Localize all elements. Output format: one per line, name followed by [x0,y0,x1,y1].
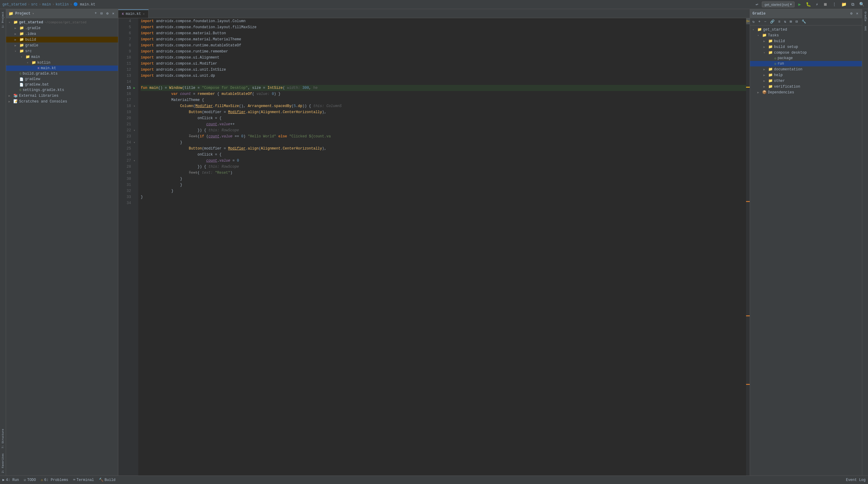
fold-24[interactable]: ▾ [133,139,138,146]
bottom-todo[interactable]: ☑ TODO [24,478,36,482]
breadcrumb-get-started[interactable]: get_started [2,2,26,7]
bottom-problems[interactable]: ⚠ 6: Problems [41,478,68,482]
search-icon[interactable]: 🔍 [858,1,866,8]
tree-item-gradlew[interactable]: 📄 gradlew [6,76,118,82]
line-num-34: 34 [118,200,131,206]
gradle-item-help[interactable]: ▶ 📁 help [750,72,862,78]
debug-icon[interactable]: 🐛 [805,1,812,8]
bottom-run[interactable]: ▶ 4: Run [2,478,19,482]
gradle-item-root[interactable]: ▾ 📁 get_started [750,27,862,32]
code-content[interactable]: import androidx.compose.foundation.layou… [138,18,746,476]
bottom-terminal[interactable]: ⌨ Terminal [73,478,94,482]
coverage-icon[interactable]: ⚡ [815,1,819,8]
project-icon[interactable]: 📁 [840,1,848,8]
tree-item-build[interactable]: ▶ 📁 build [6,37,118,42]
gradle-item-documentation[interactable]: ▶ 📁 documentation [750,66,862,72]
tree-item-gradle-hidden[interactable]: ▶ 📁 .gradle [6,25,118,31]
fold-27[interactable]: ▾ [133,158,138,164]
gradle-item-compose-desktop[interactable]: ▾ 📁 compose desktop [750,50,862,56]
chevron-down-icon: ▾ [790,2,792,6]
close-icon[interactable]: ✕ [111,11,116,17]
gradle-collapse-icon[interactable]: ⊟ [794,19,799,25]
sidebar-item-gradle[interactable]: Gradle [863,9,867,24]
run-label: 4: Run [6,478,19,482]
code-line-33: } [141,194,746,200]
gradle-tasks-label: Tasks [768,33,779,38]
warning-scrollbar[interactable]: 3 ▾ [746,18,750,476]
warn-tick-1 [746,87,750,88]
sidebar-item-project[interactable]: 1: Project [1,9,5,30]
sidebar-item-favorites[interactable]: 2: Favorites [1,451,5,476]
stop-icon[interactable]: ⏹ [822,2,829,8]
warn-tick-2 [746,201,750,202]
fold-22[interactable]: ▾ [133,127,138,133]
gradle-item-package[interactable]: ⚙ package [750,56,862,61]
tree-item-settings-gradle[interactable]: G settings.gradle.kts [6,87,118,93]
gradle-item-build[interactable]: ▶ 📁 build [750,38,862,44]
back-icon[interactable]: ↩ [754,1,760,8]
gradle-remove-icon[interactable]: − [763,19,767,25]
tab-close-icon[interactable]: ✕ [143,12,145,16]
line-num-24: 24 [118,139,131,146]
gradle-verification-label: verification [774,85,800,89]
gradle-expand-icon[interactable]: ⊞ [788,19,793,25]
gradle-close-icon[interactable]: ✕ [855,11,860,17]
run-gutter-15[interactable]: ▶ [133,85,138,91]
kotlin-folder-icon: 📁 [32,60,36,65]
gradle-link-icon[interactable]: 🔗 [769,19,776,25]
gradle-item-dependencies[interactable]: ▶ 📦 Dependencies [750,90,862,95]
gradle-item-build-setup[interactable]: ▶ 📁 build setup [750,44,862,50]
breadcrumb-src[interactable]: src [31,2,38,7]
tree-item-build-gradle[interactable]: G build.gradle.kts [6,71,118,76]
tree-item-gradle[interactable]: ▶ 📁 gradle [6,42,118,48]
code-line-9: import androidx.compose.runtime.remember [141,49,746,55]
main-layout: 1: Project 7: Structure 2: Favorites 📁 P… [0,9,868,476]
tree-item-idea[interactable]: ▶ 📁 .idea [6,31,118,37]
breadcrumb-main[interactable]: main [42,2,51,7]
gradle-sort-icon[interactable]: ⇅ [783,19,787,25]
gradle-item-run[interactable]: ⚙ run [750,61,862,66]
gear-icon[interactable]: ⚙ [105,11,110,17]
run-icon[interactable]: ▶ [797,1,802,8]
gradle-align-icon[interactable]: ≡ [777,19,781,25]
tree-item-src[interactable]: ▾ 📁 src [6,48,118,54]
code-line-14 [141,79,746,85]
tree-item-gradlew-bat[interactable]: 📄 gradlew.bat [6,82,118,87]
bottom-build[interactable]: 🔨 Build [99,478,116,482]
code-line-31: } [141,182,746,188]
warning-count-indicator[interactable]: 3 ▾ [746,18,750,24]
gradle-item-other[interactable]: ▶ 📁 other [750,78,862,84]
breadcrumb-kotlin[interactable]: kotlin [56,2,68,7]
left-sidebar-strip: 1: Project 7: Structure 2: Favorites [0,9,6,476]
gradle-wrench-icon[interactable]: 🔧 [800,19,807,25]
more-actions-icon[interactable]: ⋮ [831,1,838,8]
tree-item-root[interactable]: ▾ 📁 get_started ~/compose/get_started [6,20,118,25]
tree-item-kotlin[interactable]: ▾ 📁 kotlin [6,60,118,65]
kotlin-label: kotlin [37,61,50,65]
split-icon[interactable]: ⧉ [850,2,856,8]
external-libs-icon: 📚 [13,93,18,98]
collapse-icon[interactable]: ⊟ [99,11,104,17]
run-config-button[interactable]: get_started [run] ▾ [762,2,795,7]
gradle-item-verification[interactable]: ▶ 📁 verification [750,84,862,90]
tree-item-main[interactable]: ▾ 📁 main [6,54,118,60]
sidebar-item-ant[interactable]: Ant [863,24,867,33]
tree-item-external-libs[interactable]: ▶ 📚 External Libraries [6,93,118,99]
gradle-item-tasks[interactable]: ▾ 📁 Tasks [750,32,862,38]
tree-item-main-kt[interactable]: K main.kt [6,65,118,71]
tree-item-scratches[interactable]: ▶ 📝 Scratches and Consoles [6,99,118,104]
root-folder-path: ~/compose/get_started [44,21,87,24]
gradle-add-icon[interactable]: + [757,19,762,25]
build-icon: 🔨 [99,478,103,482]
line-num-17: 17 [118,97,131,103]
sidebar-item-structure[interactable]: 7: Structure [1,426,5,451]
scratches-label: Scratches and Consoles [19,99,67,104]
code-line-34 [141,200,746,206]
fold-18[interactable]: ▾ [133,103,138,109]
gradle-settings-icon[interactable]: ⚙ [849,11,854,17]
event-log-label[interactable]: Event Log [846,478,866,482]
gradle-refresh-icon[interactable]: ↻ [751,19,756,25]
tab-main-kt[interactable]: K main.kt ✕ [118,9,149,18]
add-icon[interactable]: + [93,11,98,17]
line-num-10: 10 [118,55,131,61]
